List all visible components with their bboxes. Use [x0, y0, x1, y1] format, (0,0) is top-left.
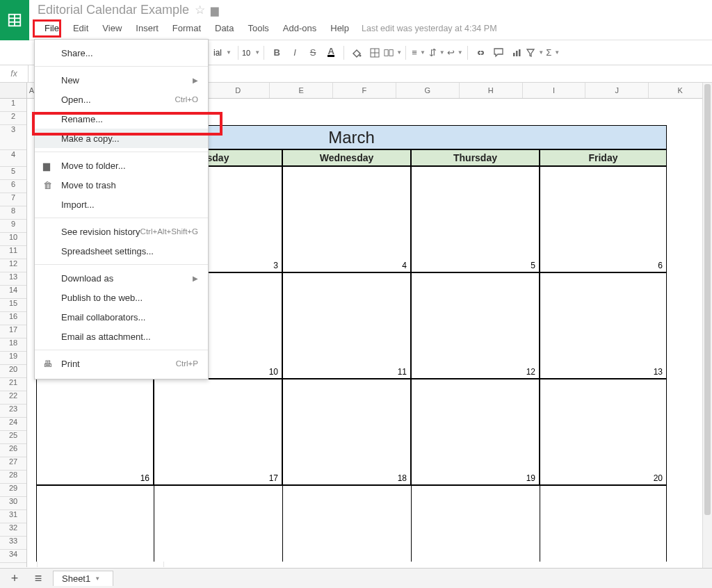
row-header[interactable]: 15	[0, 299, 26, 312]
strikethrough-button[interactable]: S	[304, 44, 322, 62]
menu-item-publish[interactable]: Publish to the web...	[35, 288, 208, 307]
vertical-scrollbar[interactable]	[702, 83, 712, 568]
row-header[interactable]: 12	[0, 259, 26, 272]
row-header[interactable]: 9	[0, 220, 26, 233]
folder-icon[interactable]: ▆	[211, 4, 219, 17]
menu-item-import[interactable]: Import...	[35, 195, 208, 214]
comment-button[interactable]	[490, 44, 508, 62]
calendar-day-header[interactable]: Friday	[540, 149, 667, 166]
all-sheets-button[interactable]: ≡	[29, 571, 47, 586]
bold-button[interactable]: B	[268, 44, 286, 62]
row-header[interactable]: 16	[0, 312, 26, 325]
row-header[interactable]: 14	[0, 286, 26, 299]
menu-item-email-collaborators[interactable]: Email collaborators...	[35, 307, 208, 327]
font-family-select[interactable]: ial ▼	[211, 48, 234, 58]
menu-item-open[interactable]: Open...Ctrl+O	[35, 90, 208, 109]
calendar-cell[interactable]: 18	[282, 379, 411, 485]
calendar-day-header[interactable]: Wednesday	[282, 149, 411, 166]
row-header[interactable]: 19	[0, 352, 26, 365]
row-header[interactable]: 24	[0, 418, 26, 431]
row-header[interactable]: 11	[0, 246, 26, 259]
scrollbar-thumb[interactable]	[704, 84, 711, 515]
row-header[interactable]: 4	[0, 150, 26, 167]
calendar-cell[interactable]: 13	[540, 272, 667, 379]
row-header[interactable]: 18	[0, 338, 26, 352]
menu-addons[interactable]: Add-ons	[276, 22, 323, 35]
menu-data[interactable]: Data	[208, 22, 241, 35]
col-header[interactable]: D	[207, 83, 270, 98]
wrap-button[interactable]: ↩▼	[446, 44, 464, 62]
v-align-button[interactable]: ⇵▼	[428, 44, 446, 62]
menu-item-move-folder[interactable]: ▆Move to folder...	[35, 156, 208, 175]
link-button[interactable]	[471, 44, 490, 62]
menu-item-move-trash[interactable]: 🗑Move to trash	[35, 175, 208, 195]
menu-item-print[interactable]: 🖶PrintCtrl+P	[35, 354, 208, 373]
row-header[interactable]: 21	[0, 378, 26, 391]
select-all-corner[interactable]	[0, 83, 27, 98]
menu-format[interactable]: Format	[165, 22, 208, 35]
row-header[interactable]: 3	[0, 125, 26, 150]
row-header[interactable]: 20	[0, 365, 26, 378]
calendar-cell[interactable]: 4	[282, 166, 411, 272]
row-header[interactable]: 6	[0, 180, 26, 193]
menu-help[interactable]: Help	[323, 22, 356, 35]
menu-view[interactable]: View	[95, 22, 129, 35]
row-header[interactable]: 1	[0, 99, 26, 112]
row-header[interactable]: 8	[0, 206, 26, 220]
row-header[interactable]: 34	[0, 550, 26, 563]
menu-item-download-as[interactable]: Download as▶	[35, 268, 208, 288]
app-icon-sheets[interactable]	[0, 0, 29, 40]
row-header[interactable]: 27	[0, 457, 26, 471]
text-color-button[interactable]: A	[322, 44, 340, 62]
row-header[interactable]: 10	[0, 233, 26, 246]
col-header[interactable]: H	[460, 83, 523, 98]
filter-button[interactable]: ▼	[526, 44, 544, 62]
row-header[interactable]: 32	[0, 523, 26, 537]
row-header[interactable]: 7	[0, 193, 26, 206]
h-align-button[interactable]: ≡▼	[410, 44, 428, 62]
row-header[interactable]: 28	[0, 471, 26, 484]
menu-edit[interactable]: Edit	[66, 22, 95, 35]
calendar-cell[interactable]: 19	[411, 379, 540, 485]
menu-item-spreadsheet-settings[interactable]: Spreadsheet settings...	[35, 241, 208, 261]
calendar-cell[interactable]: 20	[540, 379, 667, 485]
menu-item-rename[interactable]: Rename...	[35, 109, 208, 129]
col-header[interactable]: E	[270, 83, 333, 98]
calendar-cell[interactable]: 5	[411, 166, 540, 272]
col-header[interactable]: G	[396, 83, 460, 98]
row-header[interactable]: 30	[0, 497, 26, 510]
col-header[interactable]: I	[523, 83, 586, 98]
calendar-day-header[interactable]: Thursday	[411, 149, 540, 166]
row-header[interactable]: 33	[0, 537, 26, 550]
menu-item-share[interactable]: Share...	[35, 43, 208, 63]
calendar-cell[interactable]: 16	[36, 379, 154, 485]
col-header[interactable]: F	[333, 83, 396, 98]
calendar-cell[interactable]: 11	[282, 272, 411, 379]
menu-file[interactable]: File	[38, 22, 66, 35]
functions-button[interactable]: Σ▼	[544, 44, 562, 62]
row-header[interactable]: 26	[0, 444, 26, 457]
menu-item-email-attachment[interactable]: Email as attachment...	[35, 327, 208, 346]
calendar-cell[interactable]: 17	[154, 379, 282, 485]
menu-tools[interactable]: Tools	[241, 22, 275, 35]
calendar-cell[interactable]: 6	[540, 166, 667, 272]
star-icon[interactable]: ☆	[195, 3, 205, 17]
font-size-select[interactable]: 10 ▼	[242, 49, 260, 57]
italic-button[interactable]: I	[286, 44, 304, 62]
row-header[interactable]: 23	[0, 405, 26, 418]
row-header[interactable]: 31	[0, 510, 26, 523]
col-header[interactable]: J	[585, 83, 649, 98]
row-header[interactable]: 22	[0, 391, 26, 405]
add-sheet-button[interactable]: +	[6, 571, 24, 586]
sheet-tab[interactable]: Sheet1 ▼	[53, 571, 113, 586]
calendar-cell[interactable]	[36, 485, 667, 562]
row-header[interactable]: 29	[0, 484, 26, 497]
chart-button[interactable]	[508, 44, 526, 62]
row-header[interactable]: 13	[0, 272, 26, 286]
doc-title[interactable]: Editorial Calendar Example	[38, 3, 189, 17]
calendar-cell[interactable]: 12	[411, 272, 540, 379]
borders-button[interactable]	[366, 44, 384, 62]
row-header[interactable]: 5	[0, 167, 26, 180]
fill-color-button[interactable]	[348, 44, 366, 62]
menu-item-make-copy[interactable]: Make a copy...	[35, 129, 208, 148]
